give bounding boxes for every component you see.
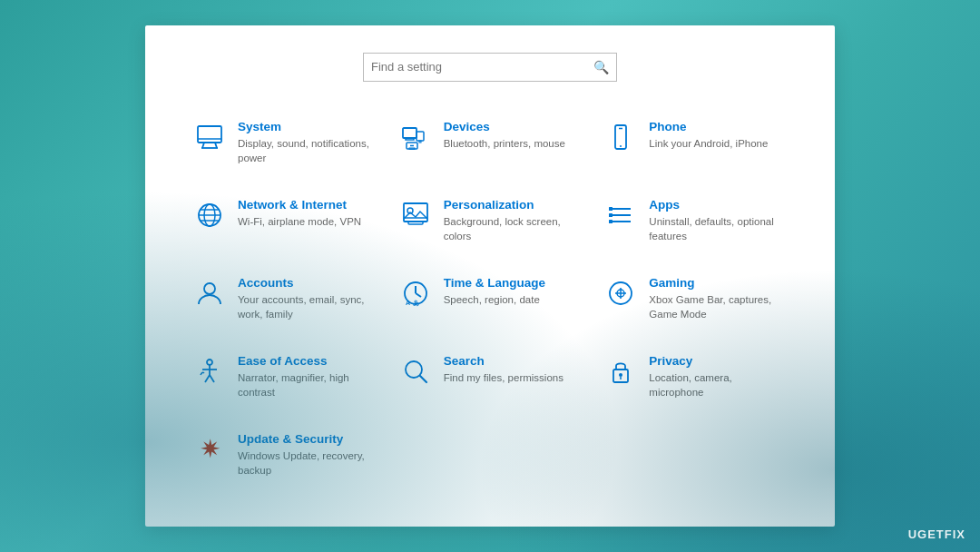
time-desc: Speech, region, date [444, 292, 583, 307]
svg-rect-29 [609, 213, 612, 217]
gaming-desc: Xbox Game Bar, captures, Game Mode [649, 292, 788, 321]
setting-gaming[interactable]: Gaming Xbox Game Bar, captures, Game Mod… [593, 263, 799, 334]
phone-text: Phone Link your Android, iPhone [649, 120, 788, 151]
svg-line-34 [416, 293, 421, 297]
settings-grid: System Display, sound, notifications, po… [181, 107, 799, 491]
gaming-icon [603, 276, 638, 310]
time-title: Time & Language [444, 276, 583, 290]
devices-text: Devices Bluetooth, printers, mouse [444, 120, 583, 151]
ease-title: Ease of Access [238, 354, 377, 368]
search-title: Search [444, 354, 583, 368]
accounts-title: Accounts [238, 276, 377, 290]
setting-devices[interactable]: Devices Bluetooth, printers, mouse [387, 107, 593, 178]
setting-apps[interactable]: Apps Uninstall, defaults, optional featu… [593, 185, 799, 256]
devices-icon [398, 120, 433, 154]
accounts-desc: Your accounts, email, sync, work, family [238, 292, 377, 321]
privacy-title: Privacy [649, 354, 788, 368]
personalization-icon [398, 198, 433, 232]
watermark: UGETFIX [908, 527, 965, 541]
svg-rect-0 [198, 126, 221, 143]
svg-line-47 [420, 376, 426, 382]
setting-network[interactable]: Network & Internet Wi-Fi, airplane mode,… [181, 185, 387, 256]
setting-time[interactable]: A あ Time & Language Speech, region, date [387, 263, 593, 334]
time-text: Time & Language Speech, region, date [444, 276, 583, 307]
apps-title: Apps [649, 198, 788, 212]
update-text: Update & Security Windows Update, recove… [238, 432, 377, 478]
setting-phone[interactable]: Phone Link your Android, iPhone [593, 107, 799, 178]
setting-system[interactable]: System Display, sound, notifications, po… [181, 107, 387, 178]
svg-point-49 [619, 373, 622, 377]
personalization-text: Personalization Background, lock screen,… [444, 198, 583, 243]
svg-rect-6 [406, 138, 414, 140]
svg-rect-30 [609, 220, 612, 223]
personalization-title: Personalization [444, 198, 583, 212]
gaming-text: Gaming Xbox Game Bar, captures, Game Mod… [649, 276, 788, 321]
star-icon: ✷ [200, 437, 220, 462]
privacy-icon [603, 354, 638, 389]
search-text: Search Find my files, permissions [444, 354, 583, 385]
system-text: System Display, sound, notifications, po… [238, 120, 377, 165]
privacy-text: Privacy Location, camera, microphone [649, 354, 788, 399]
update-desc: Windows Update, recovery, backup [238, 448, 377, 478]
svg-rect-5 [403, 128, 416, 138]
apps-text: Apps Uninstall, defaults, optional featu… [649, 198, 788, 243]
system-title: System [238, 120, 377, 133]
svg-line-44 [205, 375, 210, 382]
gaming-title: Gaming [649, 276, 788, 290]
system-desc: Display, sound, notifications, power [238, 136, 377, 165]
svg-rect-8 [419, 141, 421, 143]
update-title: Update & Security [238, 432, 377, 446]
svg-rect-28 [609, 207, 612, 211]
svg-text:A: A [406, 300, 410, 306]
svg-text:あ: あ [413, 300, 419, 307]
network-title: Network & Internet [238, 198, 377, 212]
svg-point-41 [207, 360, 212, 365]
ease-desc: Narrator, magnifier, high contrast [238, 370, 377, 399]
time-icon: A あ [398, 276, 433, 310]
setting-ease[interactable]: Ease of Access Narrator, magnifier, high… [181, 341, 387, 412]
apps-desc: Uninstall, defaults, optional features [649, 214, 788, 243]
search-icon [398, 354, 433, 389]
svg-line-45 [210, 375, 214, 382]
network-icon [192, 198, 227, 232]
apps-icon [603, 198, 638, 232]
setting-search[interactable]: Search Find my files, permissions [387, 341, 593, 412]
devices-title: Devices [444, 120, 583, 133]
phone-title: Phone [649, 120, 788, 133]
search-button[interactable]: 🔍 [593, 60, 609, 74]
personalization-desc: Background, lock screen, colors [444, 214, 583, 243]
svg-point-14 [620, 145, 622, 147]
ease-icon [192, 354, 227, 389]
accounts-icon [192, 276, 227, 310]
setting-privacy[interactable]: Privacy Location, camera, microphone [593, 341, 799, 412]
setting-personalization[interactable]: Personalization Background, lock screen,… [387, 185, 593, 256]
accounts-text: Accounts Your accounts, email, sync, wor… [238, 276, 377, 321]
search-bar-container: 🔍 [181, 53, 799, 82]
ease-text: Ease of Access Narrator, magnifier, high… [238, 354, 377, 399]
search-bar: 🔍 [363, 53, 617, 82]
system-icon [192, 120, 227, 154]
setting-accounts[interactable]: Accounts Your accounts, email, sync, wor… [181, 263, 387, 334]
network-text: Network & Internet Wi-Fi, airplane mode,… [238, 198, 377, 229]
privacy-desc: Location, camera, microphone [649, 370, 788, 399]
settings-window: 🔍 System Display, sound, notifications, … [145, 25, 835, 527]
phone-desc: Link your Android, iPhone [649, 136, 788, 151]
network-desc: Wi-Fi, airplane mode, VPN [238, 214, 377, 229]
svg-point-31 [204, 283, 215, 294]
svg-rect-22 [408, 222, 423, 224]
phone-icon [603, 120, 638, 154]
setting-update[interactable]: ✷ Update & Security Windows Update, reco… [181, 419, 387, 490]
search-desc: Find my files, permissions [444, 370, 583, 385]
update-icon: ✷ [192, 432, 227, 467]
search-input[interactable] [371, 60, 593, 74]
devices-desc: Bluetooth, printers, mouse [444, 136, 583, 151]
svg-rect-7 [416, 132, 424, 141]
